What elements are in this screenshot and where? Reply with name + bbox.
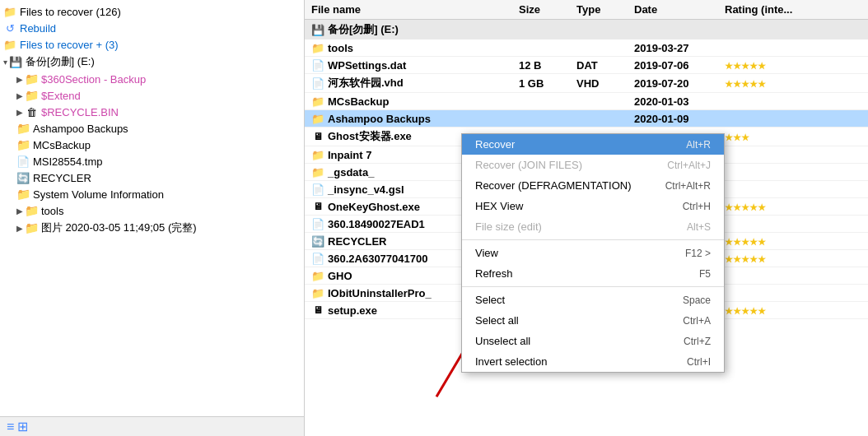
tree-label: Ashampoo Backups — [33, 123, 128, 135]
tree-label: MSI28554.tmp — [33, 155, 103, 168]
tree-item-files-plus[interactable]: 📁 Files to recover + (3) — [0, 36, 304, 53]
tree-item-backup-drive[interactable]: ▾ 💾 备份[勿删] (E:) — [0, 53, 304, 71]
file-icon: 📄 — [311, 58, 324, 72]
tree-label: 图片 2020-03-05 11;49;05 (完整) — [41, 220, 197, 235]
ctx-view[interactable]: View F12 > — [462, 243, 724, 263]
file-row-ashampoo[interactable]: 📁Ashampoo Backups 2020-01-09 — [305, 110, 868, 128]
tree-item-ashampoo[interactable]: 📁 Ashampoo Backups — [0, 120, 304, 137]
ctx-select-label: Select — [475, 294, 505, 306]
ctx-hex-view-label: HEX View — [475, 200, 523, 212]
tree-label: RECYCLER — [33, 172, 91, 184]
folder-icon: 📁 — [311, 41, 324, 54]
file-name: Ghost安装器.exe — [328, 129, 412, 144]
file-row[interactable]: 📄河东软件园.vhd 1 GB VHD 2019-07-20 ★★★★★ — [305, 74, 868, 93]
file-name: OneKeyGhost.exe — [328, 201, 420, 213]
file-name: Inpaint 7 — [328, 149, 371, 161]
ctx-view-label: View — [475, 247, 498, 259]
ctx-select[interactable]: Select Space — [462, 290, 724, 310]
exe-icon: 🖥 — [311, 200, 324, 213]
file-name: 360.2A63077041700 — [328, 253, 427, 265]
list-view-icon[interactable]: ≡ — [7, 420, 14, 434]
exe-icon: 🖥 — [311, 304, 324, 317]
file-icon: 📄 — [16, 155, 30, 168]
ctx-file-size-label: File size (edit) — [475, 220, 542, 233]
file-row[interactable]: 📄WPSettings.dat 12 B DAT 2019-07-06 ★★★★… — [305, 57, 868, 74]
recycler-icon: 🔄 — [16, 171, 30, 184]
ctx-view-shortcut: F12 > — [685, 248, 711, 259]
ctx-refresh-label: Refresh — [475, 267, 513, 280]
file-name: RECYCLER — [328, 235, 387, 248]
folder-icon: 📁 — [311, 112, 324, 125]
chevron-icon: ▶ — [16, 206, 23, 216]
ctx-select-all[interactable]: Select all Ctrl+A — [462, 310, 724, 331]
tree-label: $Extend — [41, 90, 81, 102]
ctx-file-size-shortcut: Alt+S — [687, 221, 711, 233]
tree-item-msi[interactable]: 📄 MSI28554.tmp — [0, 153, 304, 169]
col-header-type[interactable]: Type — [576, 3, 634, 16]
context-menu: Recover Alt+R Recover (JOIN FILES) Ctrl+… — [461, 133, 725, 373]
grid-view-icon[interactable]: ⊞ — [17, 419, 28, 434]
file-name: MCsBackup — [328, 95, 389, 108]
folder-plus-icon: 📁 — [3, 38, 16, 51]
folder-icon: 📁 — [25, 89, 38, 102]
file-date: 2019-07-06 — [634, 59, 725, 72]
file-row[interactable]: 📁tools 2019-03-27 — [305, 39, 868, 57]
ctx-invert-selection[interactable]: Invert selection Ctrl+I — [462, 351, 724, 372]
tree-item-rebuild[interactable]: ↺ Rebuild — [0, 20, 304, 36]
file-name: _insync_v4.gsl — [328, 183, 404, 196]
ctx-recover-defrag-label: Recover (DEFRAGMENTATION) — [475, 179, 631, 192]
ctx-divider-1 — [462, 239, 724, 240]
col-header-date[interactable]: Date — [634, 3, 725, 16]
folder-icon: 📁 — [16, 138, 30, 151]
ctx-recover[interactable]: Recover Alt+R — [462, 134, 724, 155]
file-row[interactable]: 📁MCsBackup 2020-01-03 — [305, 93, 868, 110]
file-date: 2019-07-20 — [634, 77, 725, 90]
file-name: Ashampoo Backups — [328, 113, 431, 125]
file-rating: ★★★★★ — [725, 77, 868, 90]
file-date: 2020-01-03 — [634, 95, 725, 108]
tree-item-recycler[interactable]: 🔄 RECYCLER — [0, 169, 304, 186]
file-date: 2019-03-27 — [634, 42, 725, 54]
hdd-icon: 💾 — [9, 55, 22, 68]
file-icon: 📄 — [311, 77, 324, 90]
drive-label-text: 备份[勿删] (E:) — [328, 22, 399, 37]
tree-item-files-to-recover[interactable]: 📁 Files to recover (126) — [0, 3, 304, 20]
file-icon: 📄 — [311, 183, 324, 196]
tree-label: Rebuild — [20, 22, 56, 35]
left-tree-panel: 📁 Files to recover (126) ↺ Rebuild 📁 Fil… — [0, 0, 305, 436]
bottom-status-bar: ≡ ⊞ — [0, 416, 305, 436]
tree-item-tools[interactable]: ▶ 📁 tools — [0, 202, 304, 219]
file-name: WPSettings.dat — [328, 59, 406, 72]
tree-label: 备份[勿删] (E:) — [26, 54, 95, 69]
ctx-refresh[interactable]: Refresh F5 — [462, 263, 724, 284]
tree-label: Files to recover (126) — [20, 6, 121, 18]
folder-icon: 📁 — [25, 221, 38, 234]
ctx-unselect-all[interactable]: Unselect all Ctrl+Z — [462, 331, 724, 351]
ctx-file-size: File size (edit) Alt+S — [462, 216, 724, 237]
col-header-name[interactable]: File name — [305, 3, 519, 16]
file-rating: ★★★★★ — [725, 253, 868, 265]
tree-item-recycle-bin[interactable]: ▶ 🗑 $RECYCLE.BIN — [0, 104, 304, 120]
ctx-invert-label: Invert selection — [475, 355, 547, 368]
chevron-icon: ▶ — [16, 75, 23, 84]
col-header-size[interactable]: Size — [519, 3, 576, 16]
tree-item-extend[interactable]: ▶ 📁 $Extend — [0, 87, 304, 104]
drive-label-row: 💾 备份[勿删] (E:) — [305, 20, 868, 39]
ctx-hex-view[interactable]: HEX View Ctrl+H — [462, 196, 724, 216]
ctx-recover-join-label: Recover (JOIN FILES) — [475, 159, 582, 171]
tree-item-pictures[interactable]: ▶ 📁 图片 2020-03-05 11;49;05 (完整) — [0, 219, 304, 237]
tree-item-mcsbackup[interactable]: 📁 MCsBackup — [0, 137, 304, 153]
chevron-icon: ▶ — [16, 224, 23, 233]
ctx-recover-defrag[interactable]: Recover (DEFRAGMENTATION) Ctrl+Alt+R — [462, 175, 724, 196]
rebuild-icon: ↺ — [3, 21, 16, 35]
col-header-rating[interactable]: Rating (inte... — [725, 3, 868, 16]
chevron-icon: ▾ — [3, 58, 7, 67]
file-rating: ★★★★★ — [725, 235, 868, 248]
recycler-icon: 🔄 — [311, 234, 324, 248]
tree-item-system-vol[interactable]: 📁 System Volume Information — [0, 186, 304, 202]
tree-item-360section[interactable]: ▶ 📁 $360Section - Backup — [0, 71, 304, 87]
tree-label: System Volume Information — [33, 188, 164, 201]
folder-icon: 📁 — [311, 148, 324, 161]
folder-icon: 📁 — [16, 122, 30, 135]
tree-label: $RECYCLE.BIN — [41, 106, 119, 118]
